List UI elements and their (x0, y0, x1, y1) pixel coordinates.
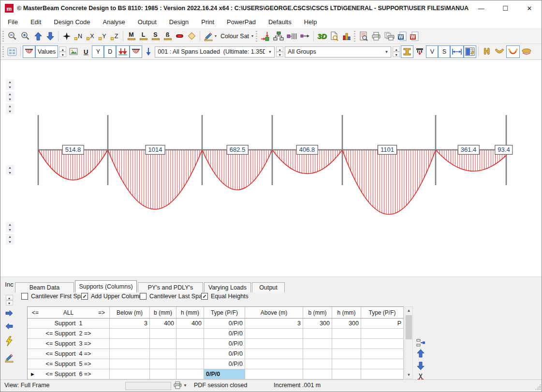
table-cell[interactable]: 0/P/0 (204, 359, 245, 369)
scroll-down-arrow-icon[interactable]: ▼ (407, 371, 411, 378)
menu-output[interactable]: Output (132, 17, 163, 28)
menu-help[interactable]: Help (298, 17, 323, 28)
diagram-scale-spinner[interactable]: ▲▼ (6, 103, 14, 114)
table-cell[interactable] (176, 359, 204, 369)
table-cell[interactable]: 0/P/0 (204, 369, 245, 379)
table-cell[interactable]: 0/P/0 (204, 339, 245, 349)
scroll-down-button[interactable] (44, 30, 56, 43)
v-toggle[interactable]: V (426, 45, 438, 58)
diagram-scale-spinner[interactable]: ▲▼ (6, 165, 14, 175)
table-cell[interactable] (361, 329, 404, 339)
beam-section-toggle[interactable] (401, 45, 413, 58)
support-view-button[interactable] (413, 45, 426, 58)
export-word-button[interactable]: W (396, 30, 408, 43)
table-cell[interactable] (303, 339, 332, 349)
table-cell[interactable] (150, 329, 176, 339)
checkbox-icon[interactable] (21, 293, 28, 300)
table-cell[interactable]: 3 (110, 319, 150, 329)
menu-design-code[interactable]: Design Code (47, 17, 96, 28)
table-cell[interactable] (245, 369, 303, 379)
section-table-toggle[interactable] (464, 45, 476, 58)
diagram-scale-spinner[interactable]: ▲▼ (6, 91, 14, 102)
load-case-select[interactable]: 001 : All Spans Loaded (Ultimate: 1.35D▼ (155, 46, 275, 58)
minimize-button[interactable]: — (469, 0, 493, 16)
tab-supports-columns[interactable]: Supports (Columns) (75, 280, 137, 292)
colour-sat-button[interactable]: Colour Sat▾ (218, 30, 255, 43)
support-name-cell[interactable]: <= Support 2 => (28, 329, 110, 339)
table-cell[interactable] (110, 339, 150, 349)
support-name-cell[interactable]: <= Support 6 =>▶ (28, 369, 110, 379)
table-cell[interactable]: 0/P/0 (204, 329, 245, 339)
y-axis-toggle[interactable]: Y (92, 45, 104, 58)
tab-py-s-and-pdly-s[interactable]: PY's and PDLY's (138, 282, 203, 292)
menu-design[interactable]: Design (163, 17, 195, 28)
table-cell[interactable] (361, 349, 404, 359)
diagram-scale-spinner[interactable]: ▲▼ (6, 234, 14, 245)
printer-dropdown-icon[interactable]: ▼ (183, 383, 187, 388)
s-toggle[interactable]: S (438, 45, 450, 58)
move-row-up-button[interactable] (414, 348, 427, 359)
checkbox-cantilever-first-span[interactable]: Cantilever First Span (21, 293, 88, 300)
node-diamond-button[interactable] (186, 30, 198, 43)
table-cell[interactable] (110, 349, 150, 359)
support-name-cell[interactable]: <= Support 5 => (28, 359, 110, 369)
table-cell[interactable] (303, 359, 332, 369)
shear-diagram-button[interactable]: S (149, 30, 161, 43)
export-word-report-button[interactable]: W (408, 30, 420, 43)
table-cell[interactable] (332, 339, 361, 349)
table-cell[interactable] (245, 359, 303, 369)
group-select[interactable]: All Groups▼ (285, 46, 391, 58)
table-cell[interactable] (176, 329, 204, 339)
table-cell[interactable] (110, 359, 150, 369)
menu-file[interactable]: File (1, 17, 24, 28)
table-cell[interactable] (332, 329, 361, 339)
table-cell[interactable] (303, 329, 332, 339)
table-cell[interactable] (110, 329, 150, 339)
annotate-x-button[interactable]: X (85, 30, 97, 43)
deflection-toggle[interactable]: D (104, 45, 116, 58)
support-name-cell[interactable]: <= Support 4 => (28, 349, 110, 359)
table-cell[interactable] (176, 369, 204, 379)
tab-output[interactable]: Output (252, 282, 285, 292)
table-cell[interactable]: P (361, 319, 404, 329)
scroll-up-arrow-icon[interactable]: ▲ (407, 307, 411, 314)
diagram-scale-spinner[interactable]: ▲▼ (6, 222, 14, 232)
values-toggle[interactable]: Values (35, 45, 58, 58)
node-star-button[interactable] (60, 30, 73, 43)
table-cell[interactable] (110, 369, 150, 379)
checkbox-icon[interactable] (140, 293, 146, 300)
analyse-flash-button[interactable] (5, 336, 14, 348)
table-cell[interactable] (361, 339, 404, 349)
edit-pencil-button[interactable] (4, 353, 14, 364)
dimension-toggle[interactable] (450, 45, 464, 58)
annotate-n-button[interactable]: N (73, 30, 85, 43)
slab-beam-button[interactable] (520, 45, 533, 58)
checkbox-icon[interactable]: ✓ (81, 293, 88, 300)
bm-diagram-toggle[interactable] (23, 45, 35, 58)
previous-member-button[interactable] (5, 323, 14, 332)
diagram-scale-spinner[interactable]: ▲▼ (6, 79, 14, 90)
batch-print-button[interactable] (382, 30, 396, 43)
next-member-button[interactable] (5, 310, 14, 319)
beam-diagram-area[interactable]: 514.81014682.5406.81101361.493.4 ▲▼▲▼▲▼▲… (0, 60, 542, 276)
member-button[interactable] (174, 30, 186, 43)
annotate-y-button[interactable]: Y (97, 30, 109, 43)
haunch-beam-button[interactable] (493, 45, 506, 58)
table-cell[interactable] (332, 349, 361, 359)
report-preview-button[interactable] (357, 30, 370, 43)
close-button[interactable]: ✕ (517, 0, 542, 16)
table-cell[interactable]: 0/P/0 (204, 319, 245, 329)
chevron-down-icon[interactable]: ▼ (384, 50, 388, 54)
support-name-cell[interactable]: Support 1 (28, 319, 110, 329)
table-cell[interactable] (150, 369, 176, 379)
table-cell[interactable] (176, 339, 204, 349)
checkbox-icon[interactable]: ✓ (201, 293, 208, 300)
table-cell[interactable]: 300 (332, 319, 361, 329)
resize-grip[interactable] (535, 384, 541, 390)
load-diagram-button[interactable]: L (137, 30, 149, 43)
checkbox-cantilever-last-span[interactable]: Cantilever Last Span (140, 293, 205, 300)
steel-section-button[interactable]: H (481, 45, 493, 58)
printer-status-button[interactable]: ▼ (173, 381, 187, 390)
menu-analyse[interactable]: Analyse (97, 17, 132, 28)
table-cell[interactable] (150, 339, 176, 349)
